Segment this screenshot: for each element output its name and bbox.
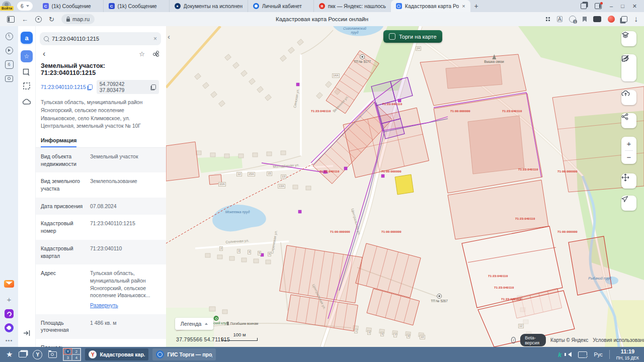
url-text: map.ru [72,16,90,22]
task-view-icon[interactable] [19,351,27,357]
desktop-3[interactable]: 3 [63,354,72,360]
area-select-tool[interactable] [21,80,33,92]
alice-icon[interactable] [4,323,14,333]
virtual-desktops[interactable]: Y 2 3 4 [63,348,81,361]
file-manager-icon[interactable] [48,351,57,358]
desktop-2[interactable]: 2 [72,348,80,354]
disk-icon[interactable] [4,309,14,319]
media-icon[interactable] [4,45,14,55]
browser-side-rail: 6 + ••• [0,26,18,347]
expand-link[interactable]: Развернуть [90,302,159,309]
volume-icon[interactable] [568,352,572,357]
collections-icon[interactable] [621,16,627,22]
clock[interactable]: 11:19 ПН, 15 ДЕК [616,348,639,360]
zoom-out-button[interactable]: − [621,151,636,164]
refresh-button[interactable]: ↻ [49,16,54,23]
upload-button[interactable] [621,90,636,105]
browser-tab[interactable]: Кадастровая карта Ро × [391,0,470,12]
browser-tab[interactable]: (1k) Сообщение [38,0,103,12]
search-input[interactable]: 71:23:040110:1215 × [40,32,161,45]
object-info-panel: 71:23:040110:1215 × ‹ ☆ Земельный участо… [36,26,166,347]
yandex-browser-icon[interactable]: Y [33,350,42,359]
browser-tab[interactable]: Личный кабинет [248,0,313,12]
panel-back-button[interactable]: ‹ [41,49,47,58]
downloads-icon[interactable]: ↓ [634,15,638,24]
language-indicator[interactable]: Рус [594,351,602,357]
terms-link[interactable]: Условия использования [593,337,644,343]
extension-widget-icon[interactable] [593,16,601,22]
desktop-1[interactable]: Y [63,348,72,354]
task-icon: Y [89,350,97,358]
favorites-tool-button[interactable]: ☆ [21,50,33,62]
maximize-button[interactable]: □ [621,4,624,9]
pan-button[interactable] [621,173,636,189]
info-icon[interactable]: i [511,337,516,343]
browser-tab[interactable]: (1k) Сообщение [103,0,169,12]
close-button[interactable]: ✕ [632,4,637,9]
tab-counter-button[interactable]: 6 [17,2,33,11]
kaspersky-icon[interactable]: k [558,351,561,358]
info-row-label: Дата присвоения [41,203,90,210]
collapse-rail-icon[interactable] [21,327,33,339]
coordinates-chip[interactable]: 54.709242 37.803479 [97,80,159,94]
favorite-star-button[interactable]: ☆ [139,50,145,58]
tab-favicon [253,3,259,9]
clear-search-icon[interactable]: × [153,35,157,42]
bookmark-flag-icon[interactable] [583,17,587,22]
back-button[interactable]: ← [22,16,28,23]
desktop-4[interactable]: 4 [72,354,80,360]
mail-icon[interactable] [4,279,14,289]
zoom-in-button[interactable]: + [621,137,636,150]
cadastral-number-chip[interactable]: 71:23:040110:1215 [41,84,93,90]
yandex-credit: Карты © Яндекс [550,337,588,343]
side-panel-icon[interactable] [595,3,602,9]
locate-button[interactable] [621,196,636,211]
passwords-icon[interactable] [569,16,576,23]
tiles-icon[interactable] [545,17,550,22]
add-service-icon[interactable]: + [4,294,14,304]
info-row-label: Кадастровый квартал [41,245,90,259]
tab-label: (1k) Сообщение [118,3,164,9]
info-row: Вид земельного участка Землепользование [36,172,166,197]
tab-label: Кадастровая карта Ро [405,3,459,9]
task-button[interactable]: Y Кадастровая кар... [85,348,148,360]
address-bar[interactable]: map.ru [61,14,95,24]
legend-button[interactable]: Легенда [175,318,213,330]
collapse-panel-button[interactable]: ‹ [168,32,170,41]
trades-checkbox[interactable] [389,33,395,40]
object-title: Земельный участок: 71:23:040110:1215 [41,62,159,76]
share-map-button[interactable] [621,113,636,128]
taskbar-start-icon[interactable]: ★ [6,350,13,359]
tab-information[interactable]: Информация [41,137,76,147]
display-settings-icon[interactable] [578,351,587,358]
cloud-tool[interactable] [21,96,33,108]
info-row: Площадь уточненная 1 486 кв. м [36,314,166,339]
select-object-tool[interactable] [21,66,33,78]
more-icon[interactable]: ••• [4,335,14,345]
minimize-button[interactable]: – [610,4,613,9]
copy-tab-icon[interactable] [581,3,587,9]
tabs-count-icon[interactable]: 6 [4,59,14,69]
copy-icon[interactable] [88,84,93,89]
task-list: Y Кадастровая кар... ГИС Торги — прод... [81,348,216,360]
sidebar-toggle-icon[interactable] [7,16,15,23]
tab-strip: (1k) Сообщение (1k) Сообщение Документы … [38,0,470,12]
browser-avatar-icon[interactable] [608,16,615,23]
history-icon[interactable] [4,31,14,41]
share-button[interactable] [153,51,159,57]
screenshot-icon[interactable] [4,73,14,83]
browser-tab[interactable]: пкк — Яндекс: нашлось [313,0,391,12]
browser-profile[interactable]: Войти [0,0,13,12]
copy-icon[interactable] [151,84,156,89]
layers-button[interactable] [621,31,636,46]
translate-icon[interactable]: A [557,16,562,22]
app-logo[interactable]: a [21,32,33,44]
lock-icon [66,19,70,22]
trades-on-map-button[interactable]: Торги на карте [383,30,442,43]
task-button[interactable]: ГИС Торги — прод... [152,348,216,360]
protect-icon[interactable] [35,16,42,23]
new-tab-button[interactable]: + [474,2,478,10]
cadastral-map[interactable]: 71:23:04011071:23:04011071:00:00000071:2… [166,26,644,347]
tab-close-icon[interactable]: × [462,3,465,9]
browser-tab[interactable]: Документы на исполнен [169,0,248,12]
